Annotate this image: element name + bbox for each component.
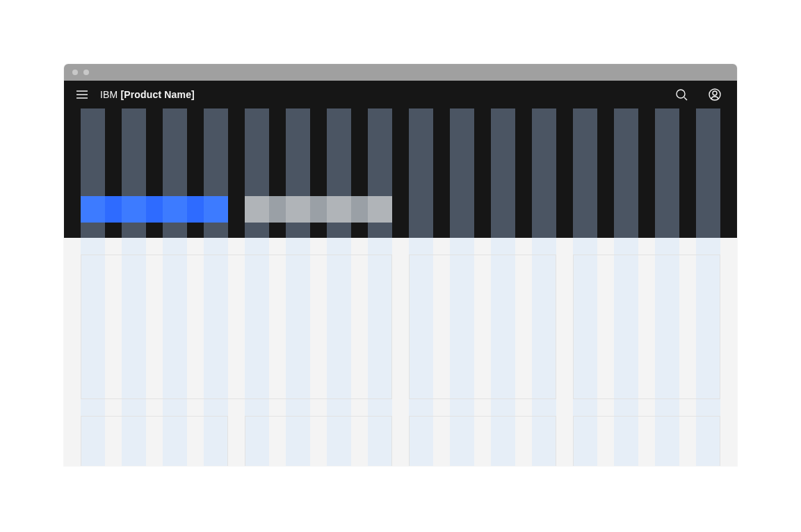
brand-prefix: IBM [100, 89, 118, 100]
window-dot [83, 70, 89, 75]
card[interactable] [409, 255, 556, 399]
primary-cta[interactable] [81, 196, 228, 223]
brand: IBM [Product Name] [100, 89, 195, 100]
card[interactable] [245, 416, 392, 466]
hero-band [64, 108, 737, 238]
card[interactable] [409, 416, 556, 466]
card[interactable] [81, 416, 228, 466]
body-area [64, 238, 737, 466]
ui-header: IBM [Product Name] [64, 81, 737, 108]
card[interactable] [573, 255, 720, 399]
user-icon[interactable] [704, 83, 726, 106]
window-dot [72, 70, 78, 75]
svg-point-3 [677, 90, 685, 98]
menu-icon[interactable] [75, 88, 89, 102]
search-icon[interactable] [670, 83, 693, 106]
brand-product: [Product Name] [120, 89, 194, 100]
card[interactable] [573, 416, 720, 466]
secondary-cta[interactable] [245, 196, 392, 223]
hero-ctas [81, 196, 392, 223]
card[interactable] [81, 255, 392, 399]
svg-line-4 [684, 97, 687, 100]
app-viewport: IBM [Product Name] [64, 81, 737, 466]
browser-titlebar [64, 64, 737, 81]
browser-frame: IBM [Product Name] [64, 64, 737, 466]
cards-grid [64, 238, 737, 466]
svg-point-6 [713, 91, 717, 95]
